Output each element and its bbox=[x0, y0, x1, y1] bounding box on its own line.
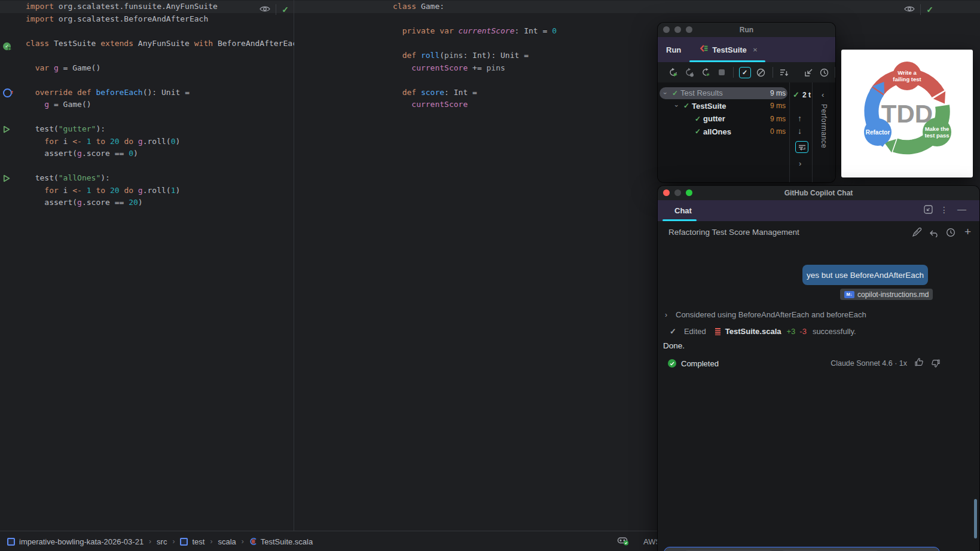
editor-test-suite[interactable]: import org.scalatest.funsuite.AnyFunSuit… bbox=[0, 0, 294, 531]
open-in-editor-icon[interactable] bbox=[924, 205, 933, 216]
code-line[interactable] bbox=[0, 25, 294, 38]
minimize-dot[interactable] bbox=[674, 26, 681, 33]
stop-button[interactable] bbox=[715, 65, 728, 79]
tdd-label-red-1: Write a bbox=[897, 69, 917, 76]
code-line[interactable]: for i <- 1 to 20 do g.roll(1) bbox=[0, 185, 294, 197]
chat-window-titlebar[interactable]: GitHub Copilot Chat bbox=[658, 186, 979, 200]
code-line[interactable]: import org.scalatest.BeforeAndAfterEach bbox=[0, 13, 294, 26]
override-marker-gutter-icon[interactable]: ↑ bbox=[3, 88, 13, 97]
breadcrumb-label: src bbox=[157, 537, 167, 546]
expand-strip-chevron-icon[interactable]: › bbox=[799, 159, 801, 168]
test-name-label: Test Results bbox=[680, 88, 723, 97]
code-line[interactable]: test("allOnes"): bbox=[0, 172, 294, 185]
import-test-results-button[interactable] bbox=[802, 65, 816, 79]
minimize-icon[interactable]: — bbox=[957, 204, 966, 214]
editor-inspection-widget: ✓ bbox=[259, 3, 289, 16]
breadcrumb[interactable]: imperative-bowling-kata-2026-03-21›src›t… bbox=[7, 537, 313, 546]
code-line[interactable]: assert(g.score == 20) bbox=[0, 197, 294, 209]
edited-file-row[interactable]: ✓ Edited TestSuite.scala +3 -3 successfu… bbox=[670, 327, 856, 336]
test-history-clock-icon[interactable] bbox=[817, 65, 831, 79]
rerun-passed-class-gutter-icon[interactable]: ✓ bbox=[3, 39, 13, 48]
close-icon[interactable]: ✕ bbox=[753, 47, 758, 53]
code-line[interactable] bbox=[0, 160, 294, 173]
breadcrumb-item[interactable]: imperative-bowling-kata-2026-03-21 bbox=[7, 537, 144, 546]
lines-added: +3 bbox=[786, 327, 795, 336]
test-duration: 9 ms bbox=[770, 115, 786, 123]
collapse-chevron-icon[interactable]: ‹ bbox=[822, 90, 824, 99]
new-chat-plus-icon[interactable]: + bbox=[964, 225, 971, 238]
code-line[interactable]: g = Game() bbox=[0, 99, 294, 111]
breadcrumb-item[interactable]: TestSuite.scala bbox=[249, 537, 313, 546]
rerun-failed-button[interactable] bbox=[682, 65, 696, 79]
show-ignored-filter[interactable] bbox=[754, 65, 768, 79]
copilot-status-icon[interactable] bbox=[617, 535, 629, 548]
considered-collapsible-row[interactable]: › Considered using BeforeAndAfterEach an… bbox=[665, 310, 866, 319]
test-result-row[interactable]: ›✓TestSuite9 ms bbox=[658, 100, 789, 113]
breadcrumb-item[interactable]: src bbox=[157, 537, 167, 546]
expand-chevron-icon[interactable]: › bbox=[662, 89, 669, 97]
eye-icon[interactable] bbox=[259, 4, 270, 15]
toggle-auto-test-button[interactable] bbox=[699, 65, 713, 79]
undo-icon[interactable] bbox=[929, 229, 939, 240]
close-dot[interactable] bbox=[663, 26, 670, 33]
show-passed-filter[interactable]: ✓ bbox=[738, 65, 752, 79]
history-clock-icon[interactable] bbox=[946, 228, 955, 240]
code-line[interactable] bbox=[294, 13, 980, 26]
eye-icon[interactable] bbox=[904, 4, 915, 15]
minimize-dot[interactable] bbox=[674, 189, 681, 196]
test-passed-check-icon: ✓ bbox=[681, 102, 692, 110]
tab-performance[interactable]: Performance bbox=[820, 104, 828, 148]
tdd-label-blue: Refactor bbox=[866, 129, 890, 136]
chat-input-box[interactable]: TestSuite.scalaONM↓copilot-instructions.… bbox=[664, 547, 940, 551]
scrollbar-thumb[interactable] bbox=[974, 499, 977, 538]
code-line[interactable] bbox=[0, 111, 294, 124]
test-name-label: allOnes bbox=[703, 127, 731, 136]
zoom-dot[interactable] bbox=[686, 26, 692, 33]
code-area-left[interactable]: import org.scalatest.funsuite.AnyFunSuit… bbox=[0, 1, 294, 209]
chat-conversation[interactable]: yes but use BeforeAndAfterEach M↓ copilo… bbox=[658, 244, 979, 551]
breadcrumb-item[interactable]: test bbox=[180, 537, 204, 546]
user-attachment-chip[interactable]: M↓ copilot-instructions.md bbox=[840, 289, 933, 300]
next-failed-test-icon[interactable]: ↓ bbox=[798, 126, 802, 136]
traffic-lights[interactable] bbox=[663, 189, 692, 196]
code-line[interactable]: assert(g.score == 0) bbox=[0, 148, 294, 160]
run-window-titlebar[interactable]: Run bbox=[658, 23, 835, 37]
code-line[interactable]: ↑ override def beforeEach(): Unit = bbox=[0, 87, 294, 99]
test-result-row[interactable]: ✓allOnes0 ms bbox=[658, 125, 789, 139]
run-side-strip: ✓ 2 t ↑ ↓ › bbox=[789, 82, 813, 182]
code-line[interactable] bbox=[294, 38, 980, 50]
code-line[interactable] bbox=[0, 74, 294, 87]
run-test-gutter-icon[interactable] bbox=[3, 125, 13, 134]
tab-chat[interactable]: Chat bbox=[674, 206, 692, 215]
sort-tests-button[interactable] bbox=[777, 65, 791, 79]
code-line[interactable]: import org.scalatest.funsuite.AnyFunSuit… bbox=[0, 1, 294, 13]
test-result-row[interactable]: ✓gutter9 ms bbox=[658, 112, 789, 125]
code-line[interactable] bbox=[0, 50, 294, 62]
code-line[interactable]: private var currentScore: Int = 0 bbox=[294, 25, 980, 38]
code-line[interactable]: test("gutter"): bbox=[0, 123, 294, 136]
expand-chevron-icon[interactable]: › bbox=[673, 102, 680, 110]
edited-file-name[interactable]: TestSuite.scala bbox=[725, 327, 781, 336]
thumbs-down-icon[interactable] bbox=[931, 359, 940, 368]
no-problems-check-icon[interactable]: ✓ bbox=[926, 5, 933, 14]
code-line[interactable]: var g = Game() bbox=[0, 62, 294, 75]
previous-failed-test-icon[interactable]: ↑ bbox=[798, 114, 802, 123]
rerun-tests-button[interactable] bbox=[666, 65, 680, 79]
close-dot[interactable] bbox=[663, 189, 670, 196]
zoom-dot[interactable] bbox=[686, 189, 692, 196]
code-line[interactable]: class Game: bbox=[294, 1, 980, 13]
track-running-test-button[interactable] bbox=[795, 141, 808, 153]
test-results-tree[interactable]: ›✓Test Results9 ms›✓TestSuite9 ms✓gutter… bbox=[658, 82, 789, 182]
thumbs-up-icon[interactable] bbox=[915, 358, 924, 369]
traffic-lights[interactable] bbox=[663, 26, 692, 33]
breadcrumb-item[interactable]: scala bbox=[218, 537, 236, 546]
no-problems-check-icon[interactable]: ✓ bbox=[282, 5, 289, 14]
more-options-kebab-icon[interactable]: ⋮ bbox=[940, 205, 948, 215]
run-test-gutter-icon[interactable] bbox=[3, 174, 13, 183]
test-result-row[interactable]: ›✓Test Results9 ms bbox=[658, 87, 789, 100]
run-label[interactable]: Run bbox=[666, 45, 681, 54]
edit-thread-icon[interactable] bbox=[912, 227, 922, 240]
code-line[interactable]: ✓class TestSuite extends AnyFunSuite wit… bbox=[0, 38, 294, 50]
tab-testsuite[interactable]: TestSuite ✕ bbox=[700, 44, 758, 55]
code-line[interactable]: for i <- 1 to 20 do g.roll(0) bbox=[0, 136, 294, 148]
